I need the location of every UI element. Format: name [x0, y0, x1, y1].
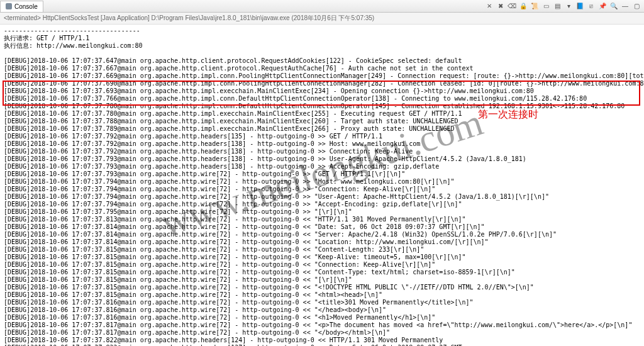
down-button[interactable]: ▾ [564, 1, 574, 11]
search-button[interactable]: 🔍 [609, 1, 619, 11]
console-tab[interactable]: Console [0, 1, 43, 12]
pin-button[interactable]: 📌 [597, 1, 608, 11]
xx-red-button[interactable]: ✖ [496, 1, 506, 11]
clear-button[interactable]: ⎚ [586, 1, 596, 11]
book-button[interactable]: 📘 [575, 1, 585, 11]
x-gray-button[interactable]: ✕ [484, 1, 494, 11]
console-output[interactable]: ------------------------------------ 执行请… [0, 25, 644, 346]
max-button[interactable]: ▢ [631, 1, 641, 11]
lock-button[interactable]: 🔒 [518, 1, 528, 11]
min-button[interactable]: — [620, 1, 630, 11]
console-icon [6, 3, 12, 9]
remove-button[interactable]: ⌫ [507, 1, 517, 11]
scroll-button[interactable]: 📜 [530, 1, 540, 11]
process-status-line: <terminated> HttpClientSocksTest [Java A… [0, 13, 644, 25]
console-toolbar: ✕✖⌫🔒📜▭▤▾📘⎚📌🔍—▢ [484, 1, 644, 11]
view-tabbar: Console ✕✖⌫🔒📜▭▤▾📘⎚📌🔍—▢ [0, 0, 644, 13]
page-button[interactable]: ▤ [552, 1, 562, 11]
tab-title: Console [14, 3, 38, 10]
highlight-label: 第一次连接时 [478, 108, 538, 121]
console-sel-button[interactable]: ▭ [541, 1, 551, 11]
